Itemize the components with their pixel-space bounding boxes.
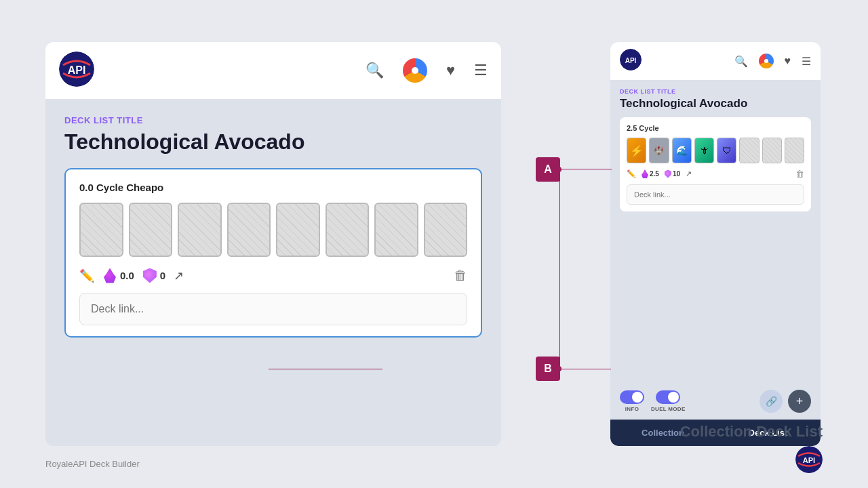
deck-link-input[interactable] — [79, 293, 467, 325]
deck-name: Technological Avocado — [64, 129, 482, 155]
phone-target-icon[interactable] — [759, 54, 774, 68]
svg-text:API: API — [68, 64, 86, 76]
phone-card-slots: ⚡ 🏰 🌊 🗡 🛡 — [627, 138, 804, 163]
phone-nav-icons: 🔍 ♥ ☰ — [734, 54, 812, 68]
card-slot-4[interactable] — [227, 203, 271, 257]
add-button[interactable]: + — [788, 390, 811, 413]
phone-search-icon[interactable]: 🔍 — [734, 55, 748, 68]
phone-cycle-label: 2.5 Cycle — [627, 124, 804, 132]
main-logo[interactable]: API — [59, 52, 94, 89]
connector-line-a-horiz — [560, 169, 612, 169]
cycle-label: 0.0 Cycle Cheapo — [79, 182, 467, 193]
external-link-icon[interactable]: ↗ — [174, 268, 184, 283]
card-slot-1[interactable] — [79, 203, 123, 257]
footer-brand: RoyaleAPI Deck Builder — [45, 459, 140, 469]
phone-deck-box: 2.5 Cycle ⚡ 🏰 🌊 🗡 🛡 — [620, 117, 811, 211]
bottom-icons: 🔗 + — [760, 390, 811, 413]
phone-card-slot-5[interactable]: 🛡 — [717, 138, 736, 163]
phone-stats: ✏️ 2.5 10 ↗ 🗑 — [627, 169, 804, 179]
phone-elixir-stat: 2.5 — [642, 169, 659, 178]
card-slot-3[interactable] — [178, 203, 222, 257]
info-label: INFO — [625, 406, 639, 412]
phone-bottom-controls: INFO DUEL MODE 🔗 + — [610, 383, 821, 420]
connector-line-b-right — [560, 369, 611, 369]
card-slots — [79, 203, 467, 257]
svg-text:API: API — [625, 57, 637, 64]
main-nav-icons: 🔍 ♥ ☰ — [366, 58, 488, 83]
phone-card-slot-7[interactable] — [762, 138, 782, 163]
shield-value: 0 — [160, 270, 165, 281]
collection-deck-text: Collection Deck List — [680, 423, 823, 441]
phone-card-slot-4[interactable]: 🗡 — [694, 138, 714, 163]
connector-line-b-left — [269, 369, 382, 369]
phone-heart-icon[interactable]: ♥ — [785, 55, 791, 67]
phone-card: API 🔍 ♥ ☰ DECK LIST TITLE Technological … — [610, 42, 821, 446]
search-icon[interactable]: 🔍 — [366, 62, 384, 79]
connector-line-a-vert — [559, 169, 560, 316]
annotation-a: A — [536, 157, 560, 182]
info-toggle-item: INFO — [620, 390, 644, 412]
phone-card-slot-1[interactable]: ⚡ — [627, 138, 646, 163]
main-header: API 🔍 ♥ ☰ — [45, 42, 501, 99]
deck-box: 0.0 Cycle Cheapo ✏️ 0.0 — [64, 168, 482, 338]
card-slot-8[interactable] — [424, 203, 468, 257]
duel-mode-toggle-item: DUEL MODE — [651, 390, 686, 412]
link-button[interactable]: 🔗 — [760, 390, 783, 413]
phone-card-slot-2[interactable]: 🏰 — [649, 138, 669, 163]
phone-shield-stat: 10 — [665, 170, 680, 178]
toggle-group: INFO DUEL MODE — [620, 390, 686, 412]
menu-icon[interactable]: ☰ — [474, 62, 488, 79]
trash-icon[interactable]: 🗑 — [454, 268, 467, 283]
phone-deck-list-title-label: DECK LIST TITLE — [620, 88, 811, 95]
deck-list-title-label: DECK LIST TITLE — [64, 115, 482, 125]
card-slot-5[interactable] — [276, 203, 320, 257]
heart-icon[interactable]: ♥ — [446, 62, 455, 79]
edit-icon[interactable]: ✏️ — [79, 268, 94, 283]
phone-edit-icon[interactable]: ✏️ — [627, 169, 636, 178]
duel-mode-label: DUEL MODE — [651, 406, 686, 412]
phone-menu-icon[interactable]: ☰ — [802, 55, 811, 68]
shield-stat: 0 — [142, 268, 165, 283]
target-icon[interactable] — [403, 58, 427, 83]
elixir-value: 0.0 — [120, 270, 134, 281]
deck-stats: ✏️ 0.0 0 ↗ 🗑 — [79, 268, 467, 283]
phone-card-slot-3[interactable]: 🌊 — [672, 138, 692, 163]
card-slot-6[interactable] — [326, 203, 370, 257]
phone-trash-icon[interactable]: 🗑 — [795, 169, 804, 179]
phone-logo[interactable]: API — [620, 49, 642, 73]
info-toggle[interactable] — [620, 390, 644, 404]
phone-shield-value: 10 — [673, 170, 680, 178]
phone-deck-name: Technological Avocado — [620, 97, 811, 110]
main-card: API 🔍 ♥ ☰ DECK LIST TITLE Technological … — [45, 42, 501, 446]
phone-deck-link-input[interactable] — [627, 184, 804, 205]
phone-external-link-icon[interactable]: ↗ — [686, 169, 692, 178]
svg-text:API: API — [803, 456, 815, 464]
phone-card-slot-8[interactable] — [785, 138, 804, 163]
card-slot-2[interactable] — [129, 203, 173, 257]
phone-header: API 🔍 ♥ ☰ — [610, 42, 821, 80]
annotation-b: B — [536, 357, 560, 381]
phone-content: DECK LIST TITLE Technological Avocado 2.… — [610, 80, 821, 383]
elixir-stat: 0.0 — [102, 268, 134, 283]
phone-card-slot-6[interactable] — [739, 138, 759, 163]
footer-logo: API — [795, 446, 823, 476]
duel-mode-toggle[interactable] — [656, 390, 680, 404]
card-slot-7[interactable] — [374, 203, 418, 257]
phone-elixir-value: 2.5 — [650, 170, 659, 178]
main-content: DECK LIST TITLE Technological Avocado 0.… — [45, 99, 501, 354]
